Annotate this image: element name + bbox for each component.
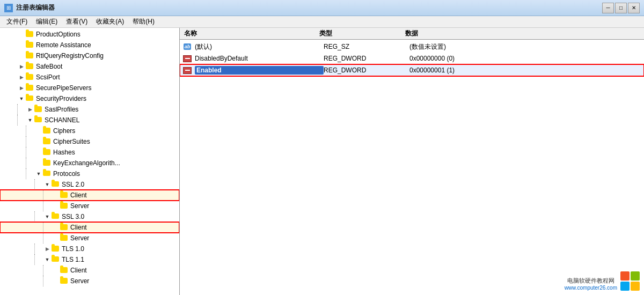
- reg-icon-dword2: [182, 66, 193, 75]
- win-logo-blue: [620, 282, 630, 291]
- minimize-button[interactable]: ─: [602, 3, 614, 13]
- reg-type-enabled: REG_DWORD: [324, 67, 409, 74]
- tree-item-securePipeServers[interactable]: ▶ SecurePipeServers: [0, 83, 179, 93]
- maximize-button[interactable]: □: [615, 3, 627, 13]
- column-headers: 名称 类型 数据: [180, 28, 644, 40]
- tree-item-ssl20client[interactable]: Client: [0, 190, 179, 201]
- win-logo-red: [620, 271, 630, 281]
- watermark-sitename: 电脑软硬件教程网: [565, 277, 617, 285]
- tree-item-remoteAssistance[interactable]: ▶ Remote Assistance: [0, 40, 179, 50]
- main-area: ▶ ProductOptions ▶ Remote Assistance ▶ R…: [0, 28, 644, 295]
- tree-item-saslProfiles[interactable]: ▶ SaslProfiles: [0, 104, 179, 115]
- reg-entry-disabledByDefault[interactable]: DisabledByDefault REG_DWORD 0x00000000 (…: [180, 53, 644, 64]
- col-data-header: 数据: [405, 29, 644, 38]
- windows-logo-icon: [620, 271, 640, 291]
- tree-item-tls11server[interactable]: Server: [0, 276, 179, 286]
- menu-edit[interactable]: 编辑(E): [32, 16, 62, 27]
- tree-item-ssl20server[interactable]: Server: [0, 201, 179, 211]
- tree-item-cipherSuites[interactable]: CipherSuites: [0, 136, 179, 147]
- tree-item-ssl30[interactable]: ▼ SSL 3.0: [0, 211, 179, 222]
- reg-data-enabled: 0x00000001 (1): [409, 67, 642, 74]
- watermark: 电脑软硬件教程网 www.computer26.com: [565, 271, 640, 291]
- close-button[interactable]: ✕: [628, 3, 640, 13]
- tree-item-ssl20[interactable]: ▼ SSL 2.0: [0, 179, 179, 190]
- col-name-header: 名称: [180, 29, 319, 38]
- reg-entry-default[interactable]: ab (默认) REG_SZ (数值未设置): [180, 41, 644, 53]
- window-title: 注册表编辑器: [16, 3, 55, 12]
- tree-item-securityProviders[interactable]: ▼ SecurityProviders: [0, 93, 179, 104]
- reg-name-enabled: Enabled: [195, 66, 324, 75]
- tree-item-tls10[interactable]: ▶ TLS 1.0: [0, 244, 179, 254]
- menu-favorites[interactable]: 收藏夹(A): [92, 16, 128, 27]
- reg-icon-ab: ab: [182, 42, 193, 51]
- window-controls: ─ □ ✕: [602, 3, 640, 13]
- title-bar: ⊞ 注册表编辑器 ─ □ ✕: [0, 0, 644, 16]
- tree-item-schannel[interactable]: ▼ SCHANNEL: [0, 115, 179, 126]
- reg-entry-enabled[interactable]: Enabled REG_DWORD 0x00000001 (1): [180, 64, 644, 76]
- reg-type-default: REG_SZ: [324, 43, 409, 50]
- watermark-url: www.computer26.com: [565, 285, 617, 291]
- tree-item-keyExchange[interactable]: KeyExchangeAlgorith...: [0, 158, 179, 168]
- tree-item-scsiPort[interactable]: ▶ ScsiPort: [0, 72, 179, 83]
- reg-name-default: (默认): [195, 42, 324, 51]
- menu-view[interactable]: 查看(V): [62, 16, 92, 27]
- tree-item-hashes[interactable]: Hashes: [0, 147, 179, 158]
- tree-item-tls11client[interactable]: Client: [0, 265, 179, 276]
- tree-item-productOptions[interactable]: ▶ ProductOptions: [0, 29, 179, 40]
- tree-item-safeBoot[interactable]: ▶ SafeBoot: [0, 61, 179, 72]
- col-type-header: 类型: [319, 29, 405, 38]
- win-logo-yellow: [631, 282, 640, 291]
- right-panel: 名称 类型 数据 ab (默认) REG_SZ (数值未设置): [180, 28, 644, 295]
- app-icon: ⊞: [4, 4, 13, 12]
- tree-scroll[interactable]: ▶ ProductOptions ▶ Remote Assistance ▶ R…: [0, 28, 179, 295]
- registry-entries[interactable]: ab (默认) REG_SZ (数值未设置) DisabledByDefault…: [180, 40, 644, 168]
- tree-item-ssl30server[interactable]: Server: [0, 233, 179, 244]
- watermark-text-block: 电脑软硬件教程网 www.computer26.com: [565, 277, 617, 291]
- tree-item-ciphers[interactable]: Ciphers: [0, 126, 179, 136]
- tree-item-tls11[interactable]: ▼ TLS 1.1: [0, 254, 179, 265]
- menu-file[interactable]: 文件(F): [2, 16, 32, 27]
- reg-data-default: (数值未设置): [409, 42, 642, 51]
- menu-help[interactable]: 帮助(H): [128, 16, 159, 27]
- tree-item-rtlQuery[interactable]: ▶ RtlQueryRegistryConfig: [0, 50, 179, 61]
- reg-data-disabledByDefault: 0x00000000 (0): [409, 55, 642, 62]
- tree-panel: ▶ ProductOptions ▶ Remote Assistance ▶ R…: [0, 28, 180, 295]
- reg-type-disabledByDefault: REG_DWORD: [324, 55, 409, 62]
- tree-item-ssl30client[interactable]: Client: [0, 222, 179, 233]
- menu-bar: 文件(F) 编辑(E) 查看(V) 收藏夹(A) 帮助(H): [0, 16, 644, 28]
- reg-name-disabledByDefault: DisabledByDefault: [195, 55, 324, 62]
- tree-item-protocols[interactable]: ▼ Protocols: [0, 168, 179, 179]
- reg-icon-dword1: [182, 54, 193, 63]
- win-logo-green: [631, 271, 640, 281]
